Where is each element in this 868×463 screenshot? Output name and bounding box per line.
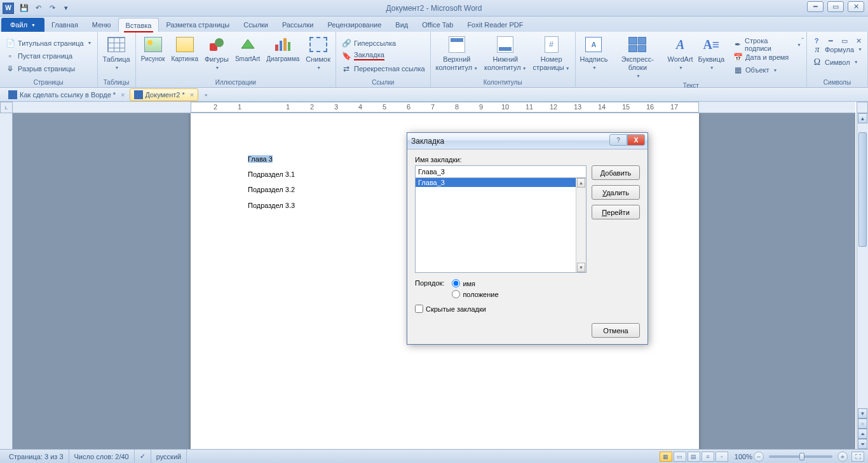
shapes-button[interactable]: Фигуры▼ [202, 33, 231, 78]
zoom-slider[interactable] [769, 455, 832, 458]
textbox-icon: A [583, 34, 604, 55]
list-scrollbar[interactable]: ▲ ▼ [576, 178, 586, 272]
prev-page-button[interactable]: ⏶ [858, 429, 867, 439]
symbol-button[interactable]: ΩСимвол▼ [810, 56, 865, 69]
scroll-up-icon[interactable]: ▲ [577, 178, 585, 188]
tab-review[interactable]: Рецензирование [320, 18, 388, 32]
textbox-button[interactable]: AНадпись▼ [578, 33, 609, 81]
status-words[interactable]: Число слов: 2/40 [69, 450, 135, 463]
hidden-bookmarks-checkbox[interactable]: Скрытые закладки [415, 305, 640, 313]
dialog-close-button[interactable]: X [627, 134, 645, 146]
header-button[interactable]: Верхний колонтитул▼ [433, 33, 481, 78]
bookmark-list-item[interactable]: Глава_3 [416, 178, 586, 187]
minimize-button[interactable]: ━ [807, 1, 824, 12]
scroll-thumb[interactable] [858, 132, 867, 247]
chevron-down-icon: ▼ [473, 66, 478, 71]
delete-button[interactable]: Удалить [592, 185, 640, 200]
bookmark-list[interactable]: Глава_3 ▲ ▼ [415, 177, 587, 273]
hyperlink-button[interactable]: 🔗Гиперссылка [339, 37, 428, 50]
tab-office[interactable]: Office Tab [415, 18, 460, 32]
status-page[interactable]: Страница: 3 из 3 [4, 450, 69, 463]
tab-view[interactable]: Вид [388, 18, 415, 32]
status-proofing[interactable]: ✓ [135, 450, 151, 463]
add-button[interactable]: Добавить [592, 165, 640, 180]
dropcap-button[interactable]: A≡Буквица▼ [696, 33, 727, 81]
crossref-icon: ⇄ [341, 64, 351, 74]
blank-page-button[interactable]: ▫Пустая страница [3, 50, 95, 62]
crossref-button[interactable]: ⇄Перекрестная ссылка [339, 62, 428, 75]
signature-line-button[interactable]: ✒Строка подписи▼ [730, 38, 804, 51]
quickparts-button[interactable]: Экспресс-блоки▼ [611, 33, 664, 81]
view-web-layout[interactable]: ▤ [688, 452, 700, 462]
bookmark-name-input[interactable] [415, 165, 587, 178]
sort-by-name-radio[interactable]: имя [452, 279, 498, 287]
doc-restore-icon[interactable]: ▭ [839, 36, 850, 46]
page-icon: ▫ [205, 91, 207, 99]
date-time-button[interactable]: 📅Дата и время [730, 51, 804, 64]
tab-home[interactable]: Главная [44, 18, 85, 32]
chart-button[interactable]: Диаграмма [264, 33, 302, 78]
smartart-button[interactable]: SmartArt [233, 33, 262, 78]
close-icon[interactable]: × [190, 91, 194, 99]
doctab-2[interactable]: Документ2 *× [130, 88, 199, 101]
vertical-ruler[interactable] [0, 113, 13, 449]
bookmark-button[interactable]: 🔖Закладка [339, 50, 428, 62]
ruler-corner[interactable]: L [0, 102, 13, 113]
next-page-button[interactable]: ⏷ [858, 439, 867, 449]
scroll-down-button[interactable]: ▼ [858, 408, 867, 418]
browse-select-button[interactable]: ○ [858, 418, 867, 429]
zoom-level[interactable]: 100% [735, 453, 752, 460]
scroll-up-button[interactable]: ▲ [858, 113, 867, 123]
picture-button[interactable]: Рисунок [139, 33, 168, 78]
qat-undo-icon[interactable]: ↶ [32, 2, 44, 15]
tab-mailings[interactable]: Рассылки [275, 18, 320, 32]
new-doctab-button[interactable]: ▫ [198, 88, 214, 101]
sort-by-position-radio[interactable]: положение [452, 290, 498, 298]
table-button[interactable]: Таблица▼ [100, 33, 133, 78]
zoom-in-button[interactable]: + [837, 452, 848, 462]
tab-references[interactable]: Ссылки [236, 18, 275, 32]
horizontal-ruler[interactable]: 211234567891011121314151617 [13, 102, 855, 113]
zoom-thumb[interactable] [799, 453, 804, 460]
wordart-button[interactable]: AWordArt▼ [666, 33, 695, 81]
vertical-scrollbar[interactable]: ▲ ▼ ○ ⏶ ⏷ [857, 113, 868, 449]
view-print-layout[interactable]: ▦ [660, 452, 672, 462]
view-full-reading[interactable]: ▭ [674, 452, 686, 462]
tab-foxit[interactable]: Foxit Reader PDF [460, 18, 530, 32]
file-tab[interactable]: Файл▼ [1, 18, 44, 32]
cover-page-button[interactable]: 📄Титульная страница▼ [3, 37, 95, 50]
status-language[interactable]: русский [151, 450, 187, 463]
qat-redo-icon[interactable]: ↷ [46, 2, 58, 15]
clipart-button[interactable]: Картинка [168, 33, 201, 78]
help-icon[interactable]: ? [811, 36, 822, 46]
chevron-down-icon: ▼ [31, 23, 36, 27]
close-button[interactable]: ✕ [848, 1, 864, 12]
dialog-help-button[interactable]: ? [609, 134, 627, 146]
qat-save-icon[interactable]: 💾 [18, 2, 31, 15]
ribbon-minimize-icon[interactable]: ˇ [797, 36, 808, 46]
cancel-button[interactable]: Отмена [592, 323, 640, 338]
close-icon[interactable]: × [121, 91, 125, 99]
dialog-titlebar[interactable]: Закладка ? X [407, 133, 648, 149]
object-button[interactable]: ▦Объект▼ [730, 64, 804, 76]
page-break-button[interactable]: ⤋Разрыв страницы [3, 62, 95, 75]
maximize-button[interactable]: ▭ [827, 1, 844, 12]
scroll-down-icon[interactable]: ▼ [577, 263, 585, 272]
tab-layout[interactable]: Разметка страницы [159, 18, 236, 32]
screenshot-button[interactable]: Снимок▼ [303, 33, 333, 78]
goto-button[interactable]: Перейти [592, 205, 640, 219]
tab-menu[interactable]: Меню [85, 18, 118, 32]
tab-insert[interactable]: Вставка [118, 18, 159, 32]
view-draft[interactable]: ▫ [715, 452, 728, 462]
view-outline[interactable]: ≡ [702, 452, 714, 462]
zoom-out-button[interactable]: − [754, 452, 764, 462]
doc-close-icon[interactable]: ✕ [853, 36, 864, 46]
page-number-button[interactable]: #Номер страницы▼ [531, 33, 573, 78]
selected-text[interactable]: Глава 3 [248, 155, 273, 163]
doc-minimize-icon[interactable]: ━ [825, 36, 836, 46]
footer-button[interactable]: Нижний колонтитул▼ [482, 33, 529, 78]
qat-customize-icon[interactable]: ▾ [60, 2, 72, 15]
doctab-1[interactable]: Как сделать ссылку в Ворде *× [4, 88, 130, 101]
zoom-fit-button[interactable]: ⛶ [851, 452, 864, 462]
ruler-toggle[interactable] [857, 102, 868, 113]
